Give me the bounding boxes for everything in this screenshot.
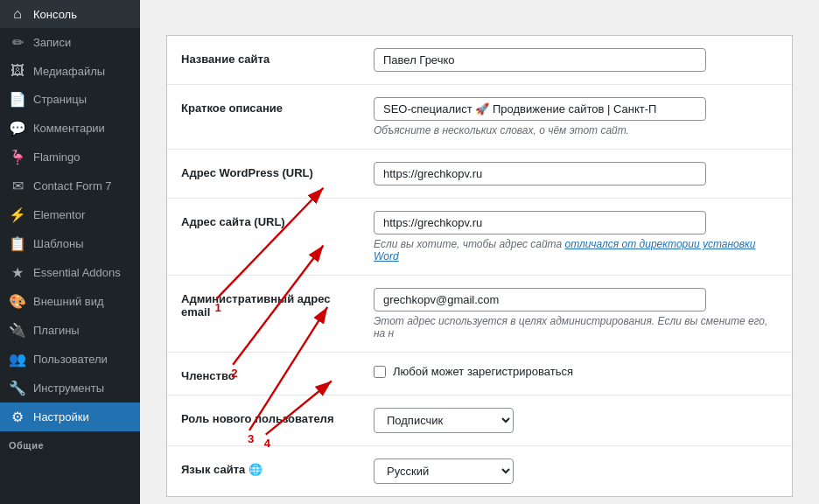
sidebar-item-vneshnij-vid[interactable]: 🎨Внешний вид [0, 287, 140, 316]
sidebar-item-essential-addons[interactable]: ★Essential Addons [0, 258, 140, 287]
sidebar: ⌂Консоль✏Записи🖼Медиафайлы📄Страницы💬Комм… [0, 0, 140, 504]
sidebar-icon-contact-form-7: ✉ [9, 178, 26, 194]
settings-label-default-role: Роль нового пользователя [181, 408, 356, 425]
sidebar-icon-mediafajly: 🖼 [9, 63, 26, 79]
sidebar-item-elementor[interactable]: ⚡Elementor [0, 200, 140, 229]
settings-row-admin-email: Административный адрес emailЭтот адрес и… [167, 276, 792, 353]
settings-row-site-address: Адрес сайта (URL)Если вы хотите, чтобы а… [167, 199, 792, 276]
sidebar-label-nastrojki: Настройки [33, 410, 89, 424]
settings-hint-site-address: Если вы хотите, чтобы адрес сайта отлича… [374, 238, 778, 262]
sidebar-icon-zapisi: ✏ [9, 34, 26, 51]
sidebar-icon-vneshnij-vid: 🎨 [9, 293, 26, 310]
settings-value-membership: Любой может зарегистрироваться [374, 365, 778, 378]
sidebar-label-plaginy: Плагины [33, 324, 80, 337]
sidebar-item-zapisi[interactable]: ✏Записи [0, 28, 140, 57]
sidebar-icon-kommentarii: 💬 [9, 120, 26, 136]
sidebar-icon-elementor: ⚡ [9, 206, 26, 223]
sidebar-label-kommentarii: Комментарии [33, 122, 105, 135]
sidebar-item-nastrojki[interactable]: ⚙Настройки [0, 402, 140, 431]
settings-row-wp-address: Адрес WordPress (URL) [167, 150, 792, 199]
settings-row-tagline: Краткое описаниеОбъясните в нескольких с… [167, 85, 792, 150]
settings-row-site-name: Название сайта [167, 36, 792, 85]
settings-select-site-language[interactable]: РусскийEnglishDeutsch [374, 458, 514, 484]
sidebar-icon-stranicy: 📄 [9, 91, 26, 108]
sidebar-icon-plaginy: 🔌 [9, 322, 26, 339]
settings-label-tagline: Краткое описание [181, 97, 356, 115]
sidebar-label-contact-form-7: Contact Form 7 [33, 179, 112, 192]
sidebar-label-elementor: Elementor [33, 208, 85, 221]
main-content: Название сайтаКраткое описаниеОбъясните … [140, 0, 819, 504]
settings-label-admin-email: Административный адрес email [181, 288, 356, 318]
settings-value-admin-email: Этот адрес используется в целях админист… [374, 288, 778, 340]
sidebar-item-mediafajly[interactable]: 🖼Медиафайлы [0, 57, 140, 85]
sidebar-item-shablony[interactable]: 📋Шаблоны [0, 229, 140, 258]
sidebar-item-contact-form-7[interactable]: ✉Contact Form 7 [0, 172, 140, 200]
sidebar-label-instrumenty: Инструменты [33, 382, 104, 395]
sidebar-label-flamingo: Flamingo [33, 150, 80, 164]
sidebar-label-konsol: Консоль [33, 8, 77, 21]
site-address-link[interactable]: отличался от директории установки Word [374, 238, 755, 262]
settings-input-admin-email[interactable] [374, 288, 706, 312]
settings-input-tagline[interactable] [374, 97, 706, 121]
checkbox-membership[interactable] [374, 366, 386, 378]
checkbox-label-membership: Любой может зарегистрироваться [393, 365, 573, 378]
checkbox-row-membership: Любой может зарегистрироваться [374, 365, 778, 378]
settings-select-default-role[interactable]: ПодписчикУчастникАвторРедакторАдминистра… [374, 408, 514, 433]
sidebar-label-polzovateli: Пользователи [33, 353, 108, 366]
settings-row-default-role: Роль нового пользователяПодписчикУчастни… [167, 396, 792, 446]
settings-input-wp-address[interactable] [374, 162, 706, 186]
sidebar-icon-instrumenty: 🔧 [9, 380, 26, 396]
sidebar-icon-flamingo: 🦩 [9, 149, 26, 165]
sidebar-icon-essential-addons: ★ [9, 264, 26, 281]
settings-label-membership: Членство [181, 365, 356, 382]
sidebar-label-stranicy: Страницы [33, 93, 87, 106]
sidebar-label-zapisi: Записи [33, 36, 71, 49]
sidebar-item-kommentarii[interactable]: 💬Комментарии [0, 114, 140, 143]
sidebar-label-vneshnij-vid: Внешний вид [33, 295, 104, 308]
sidebar-item-plaginy[interactable]: 🔌Плагины [0, 316, 140, 345]
sidebar-item-konsol[interactable]: ⌂Консоль [0, 0, 140, 28]
settings-value-site-language: РусскийEnglishDeutsch [374, 458, 778, 484]
settings-label-site-address: Адрес сайта (URL) [181, 211, 356, 228]
sidebar-icon-konsol: ⌂ [9, 6, 26, 22]
sidebar-label-mediafajly: Медиафайлы [33, 65, 105, 78]
settings-value-site-address: Если вы хотите, чтобы адрес сайта отлича… [374, 211, 778, 262]
sidebar-item-polzovateli[interactable]: 👥Пользователи [0, 345, 140, 374]
sidebar-icon-polzovateli: 👥 [9, 351, 26, 368]
settings-value-site-name [374, 48, 778, 72]
settings-label-site-language: Язык сайта 🌐 [181, 458, 356, 476]
settings-row-membership: ЧленствоЛюбой может зарегистрироваться [167, 353, 792, 396]
settings-value-default-role: ПодписчикУчастникАвторРедакторАдминистра… [374, 408, 778, 433]
settings-label-site-name: Название сайта [181, 48, 356, 66]
sidebar-icon-nastrojki: ⚙ [9, 409, 26, 425]
settings-hint-admin-email: Этот адрес используется в целях админист… [374, 315, 778, 340]
sidebar-label-shablony: Шаблоны [33, 237, 84, 250]
settings-hint-tagline: Объясните в нескольких словах, о чём это… [374, 124, 778, 136]
settings-label-wp-address: Адрес WordPress (URL) [181, 162, 356, 179]
settings-input-site-address[interactable] [374, 211, 706, 234]
sidebar-item-flamingo[interactable]: 🦩Flamingo [0, 143, 140, 172]
sidebar-label-essential-addons: Essential Addons [33, 266, 121, 279]
sidebar-item-instrumenty[interactable]: 🔧Инструменты [0, 374, 140, 402]
sidebar-item-stranicy[interactable]: 📄Страницы [0, 85, 140, 114]
settings-row-site-language: Язык сайта 🌐РусскийEnglishDeutsch [167, 446, 792, 496]
settings-value-wp-address [374, 162, 778, 186]
settings-input-site-name[interactable] [374, 48, 706, 72]
settings-value-tagline: Объясните в нескольких словах, о чём это… [374, 97, 778, 136]
sidebar-icon-shablony: 📋 [9, 235, 26, 252]
sidebar-section-general: Общие [0, 431, 140, 454]
